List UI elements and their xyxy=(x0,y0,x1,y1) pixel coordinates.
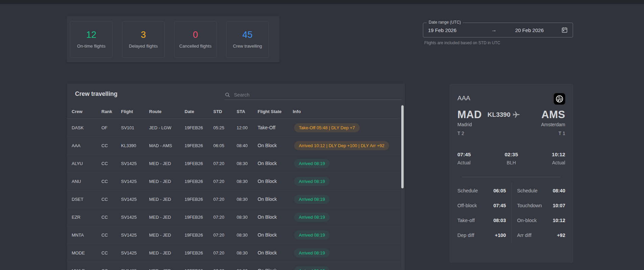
table-row[interactable]: DSET CC SV1425 MED - JED 19FEB26 07:20 0… xyxy=(67,190,400,208)
cell-flight: SV1425 xyxy=(121,179,149,184)
column-header-date: Date xyxy=(185,109,213,114)
stat-value: 12 xyxy=(86,30,96,39)
info-badge: Arrived 08:19 xyxy=(294,195,330,204)
detail-label: On-block xyxy=(517,218,537,223)
scrollbar-thumb[interactable] xyxy=(401,105,404,188)
cell-date: 19FEB26 xyxy=(185,125,213,130)
cell-flight-state: On Block xyxy=(258,143,293,148)
cell-crew: DASK xyxy=(72,125,101,130)
stat-card[interactable]: 3 Delayed flights xyxy=(122,21,165,58)
column-header-flight: Flight xyxy=(121,109,149,114)
flight-detail-card: AAA MAD KL3390 AMS Madrid Amsterdam T 2 … xyxy=(450,84,573,263)
column-header-rank: Rank xyxy=(101,109,121,114)
airline-logo-icon xyxy=(554,93,565,105)
cell-date: 19FEB26 xyxy=(185,233,213,238)
table-title: Crew travelling xyxy=(75,90,117,98)
cell-rank: OF xyxy=(101,125,121,130)
cell-route: MED - JED xyxy=(149,268,185,270)
stat-label: On-time flights xyxy=(77,44,105,49)
date-range-end[interactable]: 20 Feb 2026 xyxy=(506,27,561,33)
cell-sta: 08:30 xyxy=(237,161,258,166)
column-header-sta: STA xyxy=(237,109,258,114)
cell-std: 07:20 xyxy=(213,215,237,220)
table-header-row: Crew Rank Flight Route Date STD STA Flig… xyxy=(67,105,400,119)
departure-terminal: T 2 xyxy=(457,131,464,136)
column-header-flight-state: Flight State xyxy=(258,109,293,114)
cell-std: 07:20 xyxy=(213,268,237,270)
info-badge: Arrived 08:19 xyxy=(294,231,330,240)
detail-value: +100 xyxy=(495,233,506,238)
time-value: 07:45 xyxy=(457,152,493,158)
cell-std: 07:20 xyxy=(213,233,237,238)
stat-label: Delayed flights xyxy=(129,44,158,49)
table-row[interactable]: DASK OF SV101 JED - LGW 19FEB26 05:25 12… xyxy=(67,119,400,137)
arrival-city: Amsterdam xyxy=(541,122,565,127)
detail-value: 06:05 xyxy=(493,188,506,193)
table-row[interactable]: MWLE CC SV1425 MED - JED 19FEB26 07:20 0… xyxy=(67,262,400,270)
time-label: BLH xyxy=(493,160,529,165)
detail-row: Take-off 08:03 xyxy=(457,213,506,228)
arrival-details: Schedule 08:40 Touchdown 10:07 On-block … xyxy=(511,183,566,243)
departure-details: Schedule 06:05 Off-block 07:45 Take-off … xyxy=(457,183,511,243)
table-row[interactable]: AAA CC KL3390 MAD - AMS 19FEB26 06:05 08… xyxy=(67,137,400,155)
cell-date: 19FEB26 xyxy=(185,161,213,166)
cell-crew: ALYU xyxy=(72,161,101,166)
search-input[interactable] xyxy=(234,92,402,98)
cell-route: MED - JED xyxy=(149,179,185,184)
info-badge: Arrived 08:19 xyxy=(294,248,330,258)
detail-row: On-block 10:12 xyxy=(517,213,566,228)
info-badge: Arrived 08:19 xyxy=(294,159,330,168)
cell-flight: SV101 xyxy=(121,125,149,130)
cell-date: 19FEB26 xyxy=(185,143,213,148)
detail-row: Touchdown 10:07 xyxy=(517,198,566,213)
cell-sta: 08:30 xyxy=(237,268,258,270)
cell-date: 19FEB26 xyxy=(185,215,213,220)
table-row[interactable]: MODE CC SV1425 MED - JED 19FEB26 07:20 0… xyxy=(67,244,400,262)
cell-route: MED - JED xyxy=(149,233,185,238)
arrival-terminal: T 1 xyxy=(558,131,565,136)
calendar-icon[interactable] xyxy=(561,27,568,33)
stat-value: 45 xyxy=(242,30,253,39)
cell-crew: MNTA xyxy=(72,233,101,238)
stat-card[interactable]: 45 Crew travelling xyxy=(226,21,269,58)
detail-value: 10:12 xyxy=(553,218,565,223)
stat-card[interactable]: 0 Cancelled flights xyxy=(174,21,217,58)
stat-value: 0 xyxy=(193,30,198,39)
info-badge: Arrived 08:19 xyxy=(294,177,330,186)
cell-flight-state: On Block xyxy=(258,179,293,184)
flight-times: 07:45 Actual 02:35 BLH 10:12 Actual xyxy=(457,152,565,165)
column-header-std: STD xyxy=(213,109,237,114)
cell-date: 19FEB26 xyxy=(185,179,213,184)
stat-card[interactable]: 12 On-time flights xyxy=(70,21,113,58)
date-range-arrow-icon: → xyxy=(482,27,506,33)
table-row[interactable]: EZR CC SV1425 MED - JED 19FEB26 07:20 08… xyxy=(67,208,400,226)
arrival-iata: AMS xyxy=(542,109,565,121)
cell-date: 19FEB26 xyxy=(185,268,213,270)
cell-route: MED - JED xyxy=(149,161,185,166)
cell-sta: 12:00 xyxy=(237,125,258,130)
date-range-start[interactable]: 19 Feb 2026 xyxy=(428,27,482,33)
detail-label: Schedule xyxy=(457,188,478,193)
cell-rank: CC xyxy=(101,268,121,270)
cell-sta: 08:30 xyxy=(237,250,258,255)
detail-label: Dep diff xyxy=(457,233,474,238)
cell-route: JED - LGW xyxy=(149,125,185,130)
table-row[interactable]: ALYU CC SV1425 MED - JED 19FEB26 07:20 0… xyxy=(67,155,400,172)
departure-city: Madrid xyxy=(457,122,472,127)
cell-flight: SV1425 xyxy=(121,161,149,166)
time-block: 10:12 Actual xyxy=(529,152,565,165)
table-rows: DASK OF SV101 JED - LGW 19FEB26 05:25 12… xyxy=(67,119,400,270)
cell-crew: AAA xyxy=(72,143,101,148)
cell-flight-state: On Block xyxy=(258,250,293,255)
detail-row: Schedule 08:40 xyxy=(517,183,566,198)
time-label: Actual xyxy=(457,160,493,165)
search-box[interactable] xyxy=(224,90,402,100)
cell-std: 07:20 xyxy=(213,179,237,184)
cell-crew: MWLE xyxy=(72,268,101,270)
table-row[interactable]: MNTA CC SV1425 MED - JED 19FEB26 07:20 0… xyxy=(67,226,400,244)
info-badge: Arrived 08:19 xyxy=(294,266,330,270)
cell-flight-state: On Block xyxy=(258,161,293,166)
cell-sta: 08:40 xyxy=(237,143,258,148)
cell-route: MED - JED xyxy=(149,250,185,255)
table-row[interactable]: ANU CC SV1425 MED - JED 19FEB26 07:20 08… xyxy=(67,172,400,190)
